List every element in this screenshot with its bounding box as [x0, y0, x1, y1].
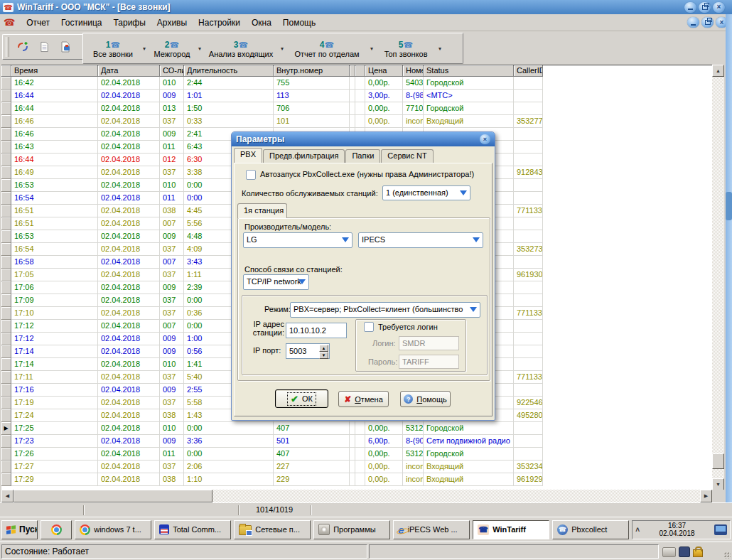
row-selector[interactable] [1, 192, 11, 205]
help-button[interactable]: ? Помощь [400, 391, 451, 407]
display-settings-icon[interactable] [714, 524, 727, 535]
row-selector[interactable] [1, 269, 11, 281]
toolbar-grip[interactable] [6, 37, 9, 56]
row-selector[interactable] [1, 358, 11, 371]
dialog-tab-3[interactable]: Папки [345, 149, 380, 163]
report-dropdown-icon-4[interactable]: ▾ [369, 45, 375, 52]
quick-launch-button[interactable] [41, 520, 72, 539]
row-selector[interactable] [1, 371, 11, 384]
resize-grip[interactable] [723, 551, 731, 559]
mdi-restore-button[interactable] [701, 17, 714, 28]
row-selector[interactable] [1, 294, 11, 307]
row-selector[interactable] [1, 243, 11, 256]
report-button-4[interactable]: 4☎Отчет по отделам [285, 35, 369, 62]
menu-item-6[interactable]: Окна [246, 16, 277, 30]
row-selector[interactable] [1, 205, 11, 217]
dialog-tab-1[interactable]: PBX [234, 148, 262, 163]
vertical-scrollbar[interactable]: ▲ ▼ [712, 65, 724, 490]
column-header-6[interactable] [350, 65, 355, 77]
row-selector[interactable] [1, 128, 11, 141]
cancel-button[interactable]: ✘ Отмена [338, 391, 389, 407]
tray-clock[interactable]: 16:3702.04.2018 [642, 522, 711, 537]
row-selector[interactable] [1, 90, 11, 102]
task-button-7[interactable]: ☎WinTariff [473, 520, 549, 539]
task-button-2[interactable]: windows 7 t... [75, 520, 151, 539]
row-selector[interactable] [1, 179, 11, 192]
column-header-7[interactable] [355, 65, 365, 77]
scroll-up-icon[interactable]: ▲ [712, 65, 724, 77]
menu-item-5[interactable]: Настройки [193, 16, 246, 30]
call-details-button[interactable] [55, 38, 75, 56]
mode-select[interactable]: PBX=сервер; PbxCollect=клиент (большинст… [290, 302, 480, 318]
modem-icon[interactable] [679, 546, 690, 557]
report-button-1[interactable]: 1☎Все звонки [85, 35, 141, 62]
scroll-left-icon[interactable]: ◀ [1, 490, 14, 502]
row-selector[interactable] [1, 435, 11, 448]
autostart-checkbox[interactable] [246, 170, 256, 180]
report-button-2[interactable]: 2☎Межгород [147, 35, 197, 62]
row-selector[interactable] [1, 384, 11, 397]
scroll-down-icon[interactable]: ▼ [712, 478, 724, 490]
column-header-2[interactable]: Дата [98, 65, 160, 77]
task-button-3[interactable]: Total Comm... [154, 520, 231, 539]
login-required-checkbox[interactable] [364, 322, 374, 332]
dialog-tab-4[interactable]: Сервис NT [381, 149, 433, 163]
row-selector[interactable] [1, 473, 11, 486]
row-selector[interactable] [1, 461, 11, 473]
right-edge-thumb[interactable] [726, 192, 732, 220]
row-selector[interactable] [1, 448, 11, 461]
row-selector[interactable] [1, 307, 11, 320]
row-selector[interactable] [1, 409, 11, 422]
row-selector[interactable] [1, 166, 11, 179]
printer-icon[interactable] [662, 547, 676, 557]
column-header-11[interactable]: CallerID [514, 65, 543, 77]
row-selector[interactable] [1, 345, 11, 358]
row-selector[interactable] [1, 320, 11, 333]
restore-button[interactable] [699, 2, 711, 13]
column-header-5[interactable]: Внутр.номер [274, 65, 350, 77]
report-dropdown-icon-1[interactable]: ▾ [141, 45, 147, 52]
login-input[interactable]: SMDR [399, 336, 459, 350]
column-header-8[interactable]: Цена [365, 65, 403, 77]
row-selector[interactable] [1, 230, 11, 243]
port-down-icon[interactable]: ▼ [319, 352, 328, 359]
port-up-icon[interactable]: ▲ [319, 345, 328, 352]
ok-button[interactable]: ✔ ОК [275, 389, 328, 408]
mdi-minimize-button[interactable] [687, 17, 699, 28]
column-header-4[interactable]: Длительность [184, 65, 274, 77]
report-dropdown-icon-5[interactable]: ▾ [437, 45, 443, 52]
horizontal-scrollbar-thumb[interactable] [14, 490, 212, 502]
vertical-scrollbar-thumb[interactable] [712, 453, 724, 469]
row-selector[interactable] [1, 154, 11, 166]
menu-item-3[interactable]: Тарифы [108, 16, 151, 30]
link-method-select[interactable]: TCP/IP network [243, 274, 309, 290]
column-header-9[interactable]: Номер [403, 65, 424, 77]
column-header-3[interactable]: СО-лин [160, 65, 184, 77]
close-button[interactable]: × [713, 2, 725, 13]
menu-item-4[interactable]: Архивы [151, 16, 193, 30]
dialog-titlebar[interactable]: Параметры × [232, 132, 495, 146]
row-selector[interactable] [1, 256, 11, 269]
model-select[interactable]: IPECS [358, 232, 483, 248]
start-button[interactable]: Пуск [1, 520, 38, 539]
task-button-8[interactable]: ☎Pbxcollect [552, 520, 629, 539]
row-selector[interactable] [1, 397, 11, 409]
stations-count-select[interactable]: 1 (единственная) [382, 185, 470, 200]
report-dropdown-icon-2[interactable]: ▾ [197, 45, 203, 52]
row-selector[interactable] [1, 77, 11, 90]
minimize-button[interactable] [684, 2, 696, 13]
column-header-10[interactable]: Status [424, 65, 514, 77]
station-1-tab[interactable]: 1я станция [237, 203, 287, 218]
task-button-4[interactable]: Сетевые п... [234, 520, 311, 539]
ip-address-input[interactable]: 10.10.10.2 [286, 323, 347, 338]
horizontal-scrollbar[interactable]: ◀ ▶ [1, 490, 712, 502]
task-button-6[interactable]: eiPECS Web ... [393, 520, 470, 539]
menu-item-1[interactable]: Отчет [21, 16, 55, 30]
row-selector[interactable] [1, 281, 11, 294]
column-header-1[interactable]: Время [11, 65, 98, 77]
vendor-select[interactable]: LG [243, 232, 352, 248]
menu-item-2[interactable]: Гостиница [55, 16, 107, 30]
report-button-3[interactable]: 3☎Анализ входящих [203, 35, 279, 62]
row-selector[interactable] [1, 333, 11, 345]
report-page-button[interactable] [34, 38, 54, 56]
